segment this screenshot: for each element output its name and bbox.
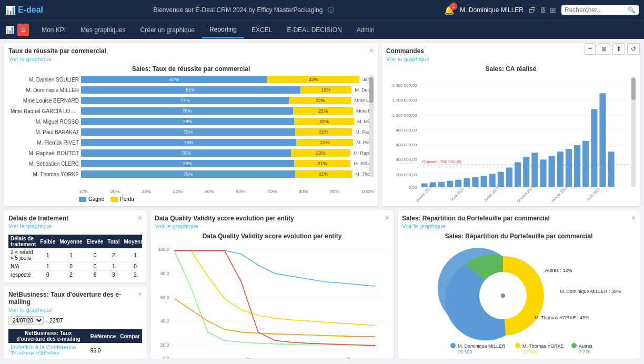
nav-item-excel[interactable]: EXCEL <box>244 22 279 38</box>
taux-reussite-card: Taux de réussite par commercial Voir le … <box>4 43 378 206</box>
commandes-card: Commandes Voir le graphique × Sales: CA … <box>382 43 640 206</box>
svg-text:400 000,00: 400 000,00 <box>396 157 417 162</box>
bar-lost: 21% <box>295 170 352 178</box>
svg-point-74 <box>515 343 520 348</box>
delais-link[interactable]: Voir le graphique <box>8 223 68 229</box>
commandes-chart: 1 400 000,00 1 200 000,00 1 000 000,00 8… <box>386 75 636 202</box>
delais-col-total: Total <box>105 235 122 248</box>
netbiz-col-label: NetBusiness: Taux d'ouverture des e-mail… <box>8 329 88 343</box>
data-quality-close[interactable]: × <box>385 214 389 222</box>
user-name: M. Dominique MILLER <box>460 6 524 14</box>
chart-legend: Gagné Perdu <box>8 196 374 202</box>
bar-container: 67%33% <box>81 76 359 83</box>
data-quality-title: Data Quality Validity score evolution pe… <box>155 215 294 222</box>
svg-text:Janvier 2021: Janvier 2021 <box>199 358 215 359</box>
date-from-select[interactable]: 24/07/20 <box>8 316 44 325</box>
nav-toggle-button[interactable]: ≡ <box>17 24 29 36</box>
netbusiness-close[interactable]: × <box>138 290 142 298</box>
nav-item-admin[interactable]: Admin <box>349 22 382 38</box>
svg-rect-20 <box>438 182 445 187</box>
nav-item-mon-kpi[interactable]: Mon KPI <box>34 22 73 38</box>
netbusiness-link[interactable]: Voir le graphique <box>8 307 142 313</box>
view-button[interactable]: ⊞ <box>598 43 610 55</box>
data-quality-card: Data Quality Validity score evolution pe… <box>150 210 394 359</box>
netbiz-col-ref: Référence <box>88 329 118 343</box>
reload-button[interactable]: ↺ <box>627 43 640 55</box>
repartition-link[interactable]: Voir le graphique <box>402 223 550 229</box>
bar-lost: 22% <box>293 107 353 115</box>
bar-container: 79%21% <box>81 170 352 178</box>
nav-item-reporting[interactable]: Reporting <box>202 22 244 38</box>
bar-label: M. Paul BARAKAT <box>11 129 79 135</box>
topbar-center: Bienvenue sur E-Deal CRM 2024 by Efficy … <box>43 6 444 15</box>
nav-item-edeal-decision[interactable]: E-DEAL DECISION <box>279 22 349 38</box>
bar-row: Mme Raquel GARCIA LOPEZ78%22%Mme R <box>11 106 371 116</box>
bar-container: 79%21% <box>81 160 350 167</box>
help-icon[interactable]: ⓘ <box>328 6 334 14</box>
commandes-link[interactable]: Voir le graphique <box>386 56 430 62</box>
bar-won: 79% <box>81 128 295 136</box>
svg-text:600 000,00: 600 000,00 <box>396 143 417 147</box>
bar-lost: 21% <box>296 139 354 146</box>
notification-bell[interactable]: 🔔 1 <box>444 5 455 15</box>
window-icon[interactable]: 🗗 <box>529 6 536 14</box>
repartition-close[interactable]: × <box>631 214 636 222</box>
bar-row: M. Damien SOULIER67%33%Jam <box>11 75 371 84</box>
date-controls: 24/07/20 - 23/07 <box>8 316 142 325</box>
nav-item-creer-graphique[interactable]: Créer un graphique <box>133 22 202 38</box>
bar-won: 79% <box>81 160 294 167</box>
bar-lost: 21% <box>294 160 351 167</box>
table-row: respecté02632 <box>8 271 142 279</box>
delais-card: Délais de traitement Voir le graphique ×… <box>4 210 146 282</box>
svg-rect-39 <box>599 93 606 187</box>
svg-rect-28 <box>506 167 512 187</box>
svg-text:M. Thomas YORKE : 49%: M. Thomas YORKE : 49% <box>535 315 589 320</box>
svg-rect-27 <box>498 172 504 187</box>
svg-text:0,00: 0,00 <box>409 185 417 190</box>
commandes-title: Commandes <box>386 47 430 55</box>
svg-text:1 200 000,00: 1 200 000,00 <box>392 98 417 103</box>
search-box[interactable]: 🔍 <box>561 5 639 15</box>
svg-text:1 400 000,00: 1 400 000,00 <box>392 83 417 88</box>
data-quality-link[interactable]: Voir le graphique <box>155 223 294 229</box>
x-tick: 80% <box>299 189 308 194</box>
monitor-icon[interactable]: 🖥 <box>539 6 547 14</box>
bar-row: M. Raphaël BOUTOT78%22%M. Raph <box>11 148 371 158</box>
svg-text:Janvier 2024: Janvier 2024 <box>550 185 568 203</box>
bar-lost: 23% <box>289 97 351 104</box>
netbiz-table: NetBusiness: Taux d'ouverture des e-mail… <box>8 329 142 355</box>
nav-item-mes-graphiques[interactable]: Mes graphiques <box>73 22 133 38</box>
date-separator: - <box>46 318 47 323</box>
taux-reussite-close[interactable]: × <box>369 46 374 55</box>
table-row: Invitation à la Conférence Tourisme d'Af… <box>8 343 142 355</box>
topbar-icons: 🗗 🖥 ⊞ <box>529 6 556 14</box>
share-button[interactable]: ⬆ <box>612 43 625 55</box>
svg-text:0,0: 0,0 <box>163 356 169 359</box>
delais-close[interactable]: × <box>138 214 142 222</box>
bar-container: 78%22% <box>81 107 353 115</box>
svg-rect-34 <box>557 151 564 187</box>
svg-text:M. Dominique MILLER: M. Dominique MILLER <box>458 343 506 349</box>
svg-text:Objectif : 300 000,00: Objectif : 300 000,00 <box>422 159 462 164</box>
bar-container: 79%21% <box>81 139 353 146</box>
svg-rect-37 <box>582 141 589 187</box>
legend-won-label: Gagné <box>88 196 104 202</box>
bar-row: M. Miguel ROSSO78%22%M. Mig <box>11 117 371 126</box>
bar-won: 78% <box>81 118 294 125</box>
svg-text:800 000,00: 800 000,00 <box>396 128 417 133</box>
svg-text:Autres: Autres <box>579 343 593 349</box>
grid-icon[interactable]: ⊞ <box>550 6 556 14</box>
repartition-chart: Autres : 12% M. Dominique MILLER : 38% M… <box>419 243 619 353</box>
add-widget-button[interactable]: + <box>585 43 596 55</box>
data-quality-chart: 100,0 80,0 60,0 40,0 20,0 0,0 <box>155 242 389 359</box>
bar-won: 79% <box>81 139 296 146</box>
svg-rect-29 <box>515 162 521 187</box>
taux-reussite-link[interactable]: Voir le graphique <box>8 56 106 62</box>
bar-lost: 33% <box>267 76 359 83</box>
svg-text:40,0: 40,0 <box>160 318 169 323</box>
bar-won: 77% <box>81 97 289 104</box>
svg-text:32 368: 32 368 <box>522 349 537 355</box>
search-input[interactable] <box>565 6 628 14</box>
svg-rect-40 <box>608 151 615 187</box>
logo-icon: 📊 <box>5 5 16 15</box>
